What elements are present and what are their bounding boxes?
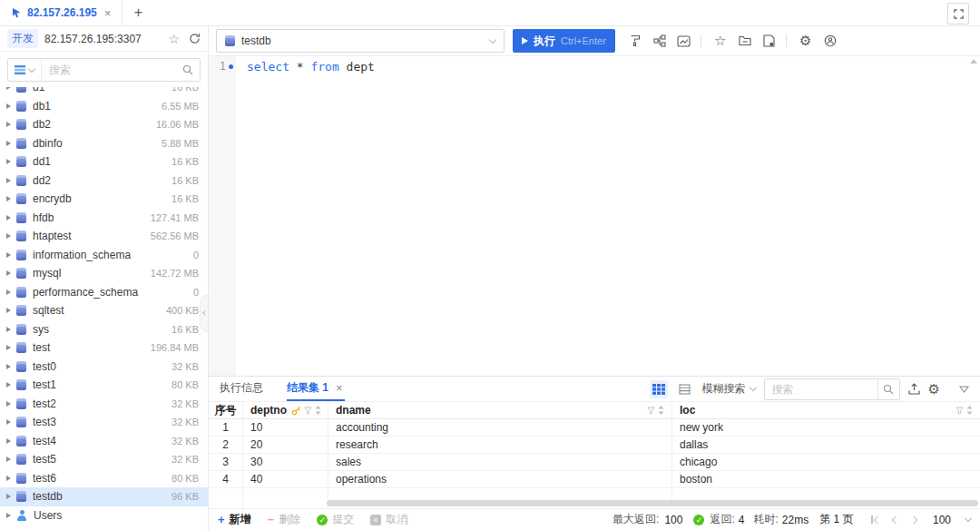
prev-page-button[interactable] [892,515,899,523]
form-view-icon[interactable] [676,380,694,398]
database-item[interactable]: test1 80 KB [0,376,208,395]
database-selector[interactable]: testdb [216,29,505,53]
database-item[interactable]: test2 32 KB [0,395,208,414]
sql-editor[interactable]: 1 select * from dept [209,55,980,376]
account-circle-icon[interactable] [819,30,841,52]
sort-icon[interactable] [966,406,973,415]
cell-deptno[interactable]: 40 [243,471,328,487]
sidebar-collapse-handle[interactable] [200,294,208,332]
table-row[interactable]: 2 20 research dallas [209,437,980,454]
expand-caret-icon[interactable] [6,233,11,239]
database-item[interactable]: performance_schema 0 [0,283,208,302]
execution-plan-icon[interactable] [649,30,671,52]
expand-caret-icon[interactable] [6,494,11,499]
expand-caret-icon[interactable] [6,252,11,258]
database-item[interactable]: testdb 96 KB [0,487,208,506]
fuzzy-search-dropdown[interactable]: 模糊搜索 [702,381,756,397]
header-deptno[interactable]: deptno [243,402,328,418]
object-filter-dropdown[interactable] [8,59,42,81]
database-item[interactable]: db1 6.55 MB [0,97,208,116]
expand-caret-icon[interactable] [6,345,11,350]
commit-button[interactable]: ✓ 提交 [317,512,354,527]
tab-close-icon[interactable]: × [103,6,113,20]
expand-caret-icon[interactable] [6,513,11,518]
cell-loc[interactable]: chicago [672,454,980,470]
add-row-button[interactable]: + 新增 [218,512,251,527]
sql-code[interactable]: select * from dept [236,56,375,376]
expand-caret-icon[interactable] [6,308,11,313]
header-index[interactable]: 序号 [209,402,243,418]
database-item[interactable]: test 196.84 MB [0,339,208,358]
open-file-icon[interactable] [734,30,756,52]
cell-deptno[interactable]: 10 [243,419,328,436]
format-sql-icon[interactable] [624,30,646,52]
expand-caret-icon[interactable] [6,87,11,90]
connection-tab[interactable]: 82.157.26.195 × [0,0,122,25]
tab-result-set[interactable]: 结果集 1 × [287,377,345,401]
expand-caret-icon[interactable] [6,270,11,276]
expand-caret-icon[interactable] [6,141,11,146]
expand-caret-icon[interactable] [6,327,11,332]
results-search-input[interactable] [765,383,877,396]
new-tab-button[interactable]: + [122,0,153,25]
sidebar-search-input[interactable] [42,64,182,76]
execute-button[interactable]: 执行 Ctrl+Enter [513,29,615,53]
database-item[interactable]: test4 32 KB [0,432,208,451]
page-size-select[interactable]: 100 [933,514,951,526]
table-row[interactable]: 1 10 accounting new york [209,419,980,437]
database-item[interactable]: test0 32 KB [0,358,208,377]
expand-caret-icon[interactable] [6,290,11,295]
database-item[interactable]: test3 32 KB [0,413,208,432]
cell-deptno[interactable]: 30 [243,454,328,470]
database-item-partial[interactable]: d1 16 KB [0,87,208,97]
expand-caret-icon[interactable] [6,419,11,425]
grid-view-icon[interactable] [650,380,668,398]
expand-caret-icon[interactable] [6,159,11,164]
filter-funnel-icon[interactable] [647,407,655,415]
expand-caret-icon[interactable] [6,456,11,462]
cell-dname[interactable]: operations [328,471,672,487]
table-row[interactable]: 3 30 sales chicago [209,454,980,471]
favorite-star-icon[interactable]: ☆ [168,32,180,46]
refresh-icon[interactable] [189,33,201,44]
filter-funnel-icon[interactable] [304,407,312,415]
cell-loc[interactable]: dallas [672,437,980,453]
save-file-icon[interactable] [759,30,780,52]
database-item[interactable]: encrydb 16 KB [0,190,208,209]
database-item[interactable]: test5 32 KB [0,450,208,469]
cell-deptno[interactable]: 20 [243,437,328,453]
cell-dname[interactable]: research [328,437,672,453]
first-page-button[interactable] [871,515,880,524]
favorite-star-icon[interactable]: ☆ [710,30,731,52]
database-item[interactable]: db2 16.06 MB [0,115,208,134]
database-item[interactable]: test6 80 KB [0,469,208,488]
header-loc[interactable]: loc [672,402,980,418]
search-icon[interactable] [182,64,200,75]
scrollbar-up-arrow[interactable] [970,59,977,64]
cancel-button[interactable]: × 取消 [370,512,407,527]
filter-funnel-icon[interactable] [956,407,964,415]
cell-loc[interactable]: new york [672,419,980,436]
tab-close-icon[interactable]: × [334,381,345,395]
chevron-down-icon[interactable] [965,515,972,522]
expand-caret-icon[interactable] [6,103,11,109]
database-item[interactable]: sys 16 KB [0,320,208,339]
database-item[interactable]: mysql 142.72 MB [0,264,208,283]
sort-icon[interactable] [658,406,664,415]
export-icon[interactable] [908,383,920,395]
database-item[interactable]: hfdb 127.41 MB [0,209,208,228]
table-row[interactable]: 4 40 operations boston [209,471,980,488]
horizontal-scrollbar[interactable] [327,500,978,506]
cell-dname[interactable]: accounting [328,419,672,436]
cell-dname[interactable]: sales [328,454,672,470]
expand-caret-icon[interactable] [6,196,11,201]
database-item[interactable]: dd1 16 KB [0,152,208,172]
sort-icon[interactable] [315,406,321,415]
cell-loc[interactable]: boston [672,471,980,487]
database-item[interactable]: information_schema 0 [0,246,208,265]
database-item[interactable]: dd2 16 KB [0,172,208,191]
header-dname[interactable]: dname [328,402,672,418]
expand-caret-icon[interactable] [6,122,11,127]
expand-caret-icon[interactable] [6,438,11,444]
tab-execution-info[interactable]: 执行信息 [220,377,263,401]
